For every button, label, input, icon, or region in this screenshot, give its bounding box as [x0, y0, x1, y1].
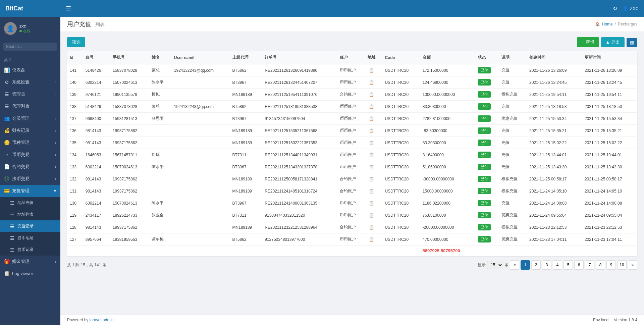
copy-icon[interactable]: 📋 [369, 141, 374, 145]
cell-phone: 19937175862 [110, 185, 149, 197]
cell-address[interactable]: 📋 [365, 185, 382, 197]
sidebar-item-log-viewer[interactable]: 📋 Log viewer [0, 268, 60, 279]
search-input[interactable] [3, 43, 57, 51]
cell-account: 6302214 [83, 161, 110, 173]
laravel-admin-link[interactable]: laravel-admin [90, 318, 114, 322]
prev-page-button[interactable]: « [510, 260, 519, 270]
copy-icon[interactable]: 📋 [369, 225, 374, 230]
cell-address[interactable]: 📋 [365, 113, 382, 125]
cell-address[interactable]: 📋 [365, 101, 382, 113]
cell-amount: 76.88100000 [420, 209, 476, 221]
sidebar-item-contract-trading[interactable]: 📄 合约交易 › [0, 161, 60, 173]
copy-icon[interactable]: 📋 [369, 165, 374, 169]
page-8-button[interactable]: 8 [596, 260, 605, 270]
sidebar-item-member-management[interactable]: 👥 会员管理 › [0, 112, 60, 124]
breadcrumb-home[interactable]: Home [602, 22, 613, 26]
sidebar-item-bonus-management[interactable]: 🎁 赠金管理 › [0, 256, 60, 268]
columns-button[interactable]: ▦ [627, 38, 637, 47]
sidebar-item-address-list[interactable]: ☰ 地址列表 [0, 209, 60, 220]
cell-address[interactable]: 📋 [365, 137, 382, 149]
hamburger-icon[interactable]: ☰ [66, 5, 71, 12]
cell-account-type: 币币账户 [337, 233, 365, 246]
sidebar-item-finance-records[interactable]: 💰 财务记录 › [0, 124, 60, 137]
cell-address[interactable]: 📋 [365, 233, 382, 246]
powered-by-text: Powered by [67, 318, 88, 322]
new-button[interactable]: + 新增 [577, 37, 599, 47]
cell-agent: BT5862 [230, 101, 262, 113]
sidebar-item-label: 系统设置 [12, 79, 30, 85]
sidebar-item-fiat-trading[interactable]: 💱 法币交易 › [0, 173, 60, 185]
status-badge: 已付 [478, 91, 491, 98]
filter-button[interactable]: 筛选 [67, 37, 85, 47]
cell-remark: 充值 [499, 197, 527, 209]
cell-address[interactable]: 📋 [365, 89, 382, 101]
cell-address[interactable]: 📋 [365, 149, 382, 161]
sidebar-item-withdraw-address[interactable]: ☰ 提币地址 [0, 232, 60, 244]
cell-account-type: 币币账户 [337, 149, 365, 161]
page-9-button[interactable]: 9 [606, 260, 616, 270]
sidebar-item-system-settings[interactable]: ⚙ 系统设置 › [0, 76, 60, 88]
cell-address[interactable]: 📋 [365, 161, 382, 173]
sidebar-item-recharge-records[interactable]: ☰ 充值记录 [0, 220, 60, 232]
data-table-container: Id 账号 手机号 姓名 User eamil 上级代理 订单号 账户 地址 C… [67, 51, 637, 256]
cell-order-no: RE202111241400081303135 [262, 197, 337, 209]
page-7-button[interactable]: 7 [585, 260, 594, 270]
cell-email [171, 233, 230, 246]
col-order-no: 订单号 [262, 51, 337, 64]
page-5-button[interactable]: 5 [564, 260, 573, 270]
cell-address[interactable]: 📋 [365, 76, 382, 89]
per-page-select[interactable]: 15 30 50 [487, 261, 503, 269]
cell-address[interactable]: 📋 [365, 125, 382, 137]
sidebar-item-agent-list[interactable]: ☰ 代理列表 [0, 100, 60, 112]
copy-icon[interactable]: 📋 [369, 237, 374, 242]
copy-icon[interactable]: 📋 [369, 128, 374, 133]
page-2-button[interactable]: 2 [531, 260, 541, 270]
sidebar-item-recharge-management[interactable]: 💳 充提管理 ∨ [0, 185, 60, 197]
sidebar-item-withdraw-records[interactable]: ☰ 提币记录 [0, 244, 60, 256]
copy-icon[interactable]: 📋 [369, 177, 374, 181]
export-button[interactable]: ▲ 导出 [601, 37, 625, 47]
next-page-button[interactable]: » [628, 260, 637, 270]
footer-left: Powered by laravel-admin [67, 318, 114, 322]
sidebar-item-coin-management[interactable]: 🪙 币种管理 › [0, 137, 60, 149]
cell-phone: 15671457311 [110, 149, 149, 161]
copy-icon[interactable]: 📋 [369, 189, 374, 194]
copy-icon[interactable]: 📋 [369, 153, 374, 157]
page-4-button[interactable]: 4 [553, 260, 562, 270]
cell-email [171, 197, 230, 209]
cell-id: 137 [67, 113, 83, 125]
copy-icon[interactable]: 📋 [369, 213, 374, 218]
sidebar-user-status: 在线 [19, 29, 31, 34]
sidebar-search[interactable] [0, 39, 60, 54]
cell-account: 9814143 [83, 137, 110, 149]
page-title: 用户充值 [67, 21, 91, 28]
cell-updated-at: 2021-11-24 14:05:10 [582, 185, 637, 197]
page-10-button[interactable]: 10 [617, 260, 627, 270]
copy-icon[interactable]: 📋 [369, 201, 374, 206]
sidebar-user-section: 👤 zxc 在线 [0, 17, 60, 39]
cell-address[interactable]: 📋 [365, 173, 382, 185]
cell-address[interactable]: 📋 [365, 64, 382, 76]
cell-created-at: 2021-11-24 09:55:04 [527, 209, 582, 221]
page-1-button[interactable]: 1 [521, 260, 530, 270]
sidebar-item-dashboard[interactable]: 📊 仪表盘 [0, 64, 60, 76]
cell-address[interactable]: 📋 [365, 209, 382, 221]
copy-icon[interactable]: 📋 [369, 116, 374, 121]
sidebar-item-address-recharge[interactable]: ☰ 地址充值 [0, 197, 60, 209]
cell-order-no: RE202111251954111391076 [262, 89, 337, 101]
sidebar-item-coin-trading[interactable]: ↔ 币币交易 › [0, 149, 60, 161]
copy-icon[interactable]: 📋 [369, 68, 374, 73]
cell-order-no: RE202111251502221357353 [262, 137, 337, 149]
col-address: 地址 [365, 51, 382, 64]
refresh-icon[interactable]: ↻ [613, 5, 617, 12]
copy-icon[interactable]: 📋 [369, 104, 374, 109]
sidebar-item-admin[interactable]: ☰ 管理员 › [0, 88, 60, 100]
copy-icon[interactable]: 📋 [369, 80, 374, 85]
cell-name: 陈水平 [149, 76, 171, 89]
cell-address[interactable]: 📋 [365, 221, 382, 233]
copy-icon[interactable]: 📋 [369, 92, 374, 97]
page-3-button[interactable]: 3 [542, 260, 551, 270]
page-6-button[interactable]: 6 [574, 260, 584, 270]
cell-order-no: RE202111251343301337378 [262, 161, 337, 173]
cell-address[interactable]: 📋 [365, 197, 382, 209]
